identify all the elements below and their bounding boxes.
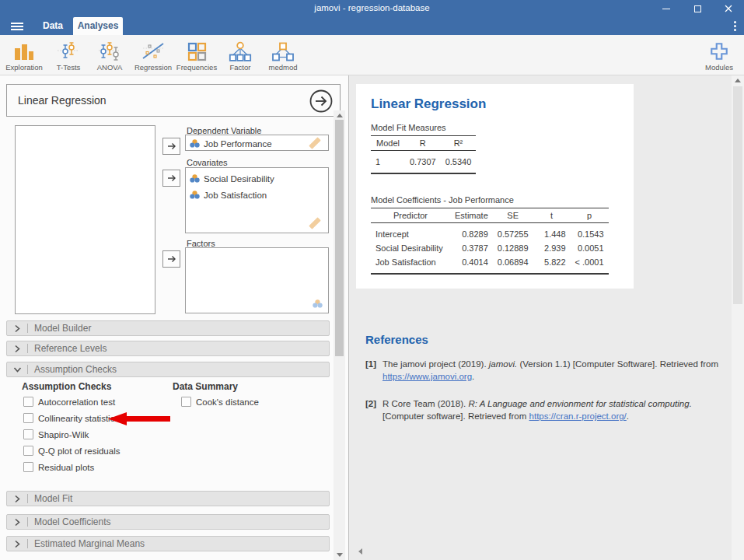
chevron-right-icon: [7, 539, 27, 549]
column-header: R²: [441, 136, 477, 151]
qq-plot-checkbox[interactable]: [23, 446, 33, 456]
section-model-builder[interactable]: Model Builder: [6, 320, 330, 336]
continuous-variable-icon: [190, 174, 200, 183]
ribbon-item-ttests[interactable]: T-Tests: [47, 38, 90, 74]
checkbox-label: Cook's distance: [196, 397, 259, 407]
window-controls: [651, 0, 744, 17]
ribbon-item-anova[interactable]: ANOVA: [88, 38, 131, 74]
reference-item: [1] The jamovi project (2019). jamovi. (…: [365, 358, 737, 383]
variable-name: Job Satisfaction: [204, 191, 267, 200]
assign-covariate-button[interactable]: [162, 170, 180, 187]
scroll-up-icon[interactable]: [735, 79, 741, 82]
variable-item[interactable]: Job Performance: [186, 135, 328, 152]
assign-factor-button[interactable]: [162, 250, 180, 268]
collinearity-checkbox[interactable]: [23, 413, 33, 423]
residual-plots-checkbox[interactable]: [23, 462, 33, 472]
separator: [27, 517, 28, 527]
variable-name: Social Desirability: [204, 174, 274, 184]
anova-error-bars-icon: [88, 38, 131, 61]
coefficients-caption: Model Coefficients - Job Performance: [371, 195, 514, 205]
ribbon-item-label: medmod: [261, 63, 305, 72]
scroll-down-icon[interactable]: [337, 553, 343, 557]
regression-line-icon: [131, 38, 175, 61]
reference-link[interactable]: https://cran.r-project.org/: [529, 411, 627, 421]
variable-item[interactable]: Job Satisfaction: [186, 187, 328, 203]
autocorrelation-checkbox[interactable]: [23, 397, 33, 407]
tab-analyses[interactable]: Analyses: [73, 17, 123, 35]
cell-p: 0.0051: [571, 241, 609, 255]
coefficients-table: Predictor Estimate SE t p Intercept 0.82…: [371, 208, 609, 275]
cell-r: 0.7307: [405, 151, 441, 174]
dependent-variable-box[interactable]: Job Performance: [185, 135, 329, 151]
references-title: References: [365, 333, 737, 346]
analysis-title: Linear Regression: [18, 94, 107, 107]
column-header: Model: [371, 136, 405, 151]
hamburger-menu-icon[interactable]: [11, 23, 23, 32]
chevron-down-icon: [7, 365, 27, 374]
shapiro-wilk-checkbox[interactable]: [23, 429, 33, 439]
results-scrollbar[interactable]: [732, 75, 744, 560]
assign-dependent-button[interactable]: [162, 138, 180, 155]
minimize-button[interactable]: [651, 0, 682, 17]
nominal-variable-icon: [313, 299, 323, 308]
ribbon-item-regression[interactable]: Regression: [131, 38, 175, 74]
section-label: Model Builder: [34, 323, 91, 334]
section-label: Reference Levels: [34, 343, 107, 354]
cell-t: 1.448: [533, 223, 571, 242]
results-title: Linear Regression: [371, 96, 486, 112]
error-bars-icon: [47, 38, 90, 61]
options-scrollbar[interactable]: [334, 110, 345, 560]
cooks-distance-checkbox[interactable]: [181, 397, 191, 407]
section-assumption-checks[interactable]: Assumption Checks: [6, 362, 330, 377]
right-arrow-icon: [166, 173, 177, 183]
checkbox-label: Shapiro-Wilk: [38, 430, 89, 439]
ribbon-item-medmod[interactable]: medmod: [261, 38, 305, 74]
ribbon-item-exploration[interactable]: Exploration: [2, 38, 46, 74]
factors-box[interactable]: [185, 247, 329, 313]
section-estimated-marginal-means[interactable]: Estimated Marginal Means: [6, 536, 330, 551]
chevron-right-icon: [7, 517, 27, 527]
ribbon-item-frequencies[interactable]: Frequencies: [175, 38, 218, 74]
results-card[interactable]: Linear Regression Model Fit Measures Mod…: [356, 84, 634, 289]
section-model-coefficients[interactable]: Model Coefficients: [6, 514, 330, 530]
table-row: Social Desirability 0.3787 0.12889 2.939…: [371, 241, 609, 255]
ribbon-item-factor[interactable]: Factor: [218, 38, 262, 74]
cell-r2: 0.5340: [441, 151, 477, 174]
tab-bar: Data Analyses: [0, 17, 744, 35]
continuous-variable-icon: [190, 139, 200, 148]
overflow-menu-icon[interactable]: [734, 21, 736, 31]
scrollbar-thumb[interactable]: [335, 120, 344, 356]
chevron-right-icon: [7, 324, 27, 334]
maximize-button[interactable]: [682, 0, 713, 17]
section-model-fit[interactable]: Model Fit: [6, 491, 330, 506]
scrollbar-thumb[interactable]: [733, 86, 742, 304]
cell-p: 0.1543: [571, 223, 609, 242]
cell-predictor: Job Satisfaction: [371, 255, 450, 274]
section-reference-levels[interactable]: Reference Levels: [6, 341, 330, 356]
model-fit-table: Model R R² 1 0.7307 0.5340: [371, 135, 476, 174]
checkbox-row-autocorrelation: Autocorrelation test: [23, 397, 115, 407]
reference-link[interactable]: https://www.jamovi.org: [382, 372, 472, 381]
variable-item[interactable]: Social Desirability: [186, 170, 328, 187]
scroll-left-icon[interactable]: [358, 548, 362, 555]
tab-data[interactable]: Data: [33, 17, 73, 35]
close-button[interactable]: [713, 0, 744, 17]
covariates-box[interactable]: Social Desirability Job Satisfaction: [185, 167, 329, 233]
model-fit-caption: Model Fit Measures: [371, 123, 446, 132]
reference-text-part: The jamovi project (2019).: [382, 359, 489, 369]
table-row: Intercept 0.8289 0.57255 1.448 0.1543: [371, 223, 609, 242]
cell-t: 5.822: [533, 255, 571, 274]
separator: [27, 539, 28, 548]
window-title: jamovi - regression-database: [0, 3, 744, 12]
continuous-variable-icon: [190, 191, 200, 199]
variable-name: Job Performance: [204, 139, 272, 149]
scroll-up-icon[interactable]: [337, 114, 343, 117]
checkbox-label: Collinearity statistics: [38, 414, 119, 423]
collapse-options-button[interactable]: [309, 89, 334, 114]
cell-estimate: 0.8289: [450, 223, 493, 242]
reference-item: [2] R Core Team (2018). R: A Language an…: [365, 397, 737, 422]
modules-button[interactable]: Modules: [698, 38, 740, 74]
cell-predictor: Intercept: [371, 223, 450, 242]
available-variables-list[interactable]: [15, 125, 155, 314]
reference-text-part: [Computer software]. Retrieved from: [382, 411, 529, 421]
